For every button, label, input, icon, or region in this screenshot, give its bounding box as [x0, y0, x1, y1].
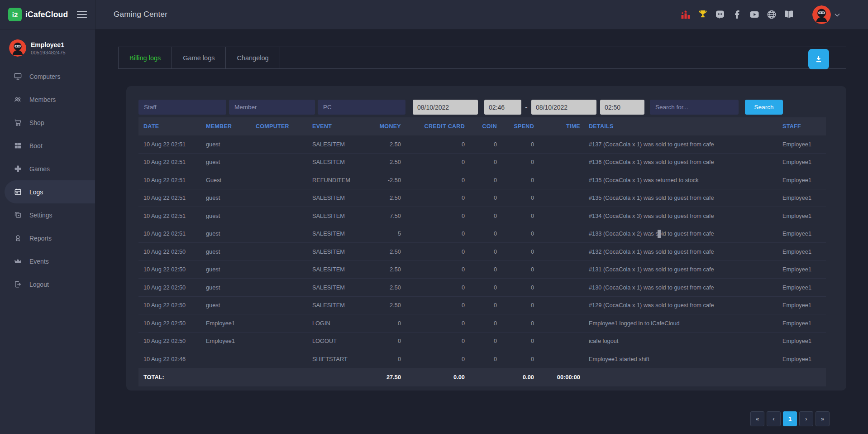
prev-page-button[interactable]: ‹ — [767, 411, 781, 426]
cell-date: 10 Aug 22 02:51 — [138, 194, 206, 201]
cell-date: 10 Aug 22 02:46 — [138, 356, 206, 362]
globe-icon[interactable] — [766, 9, 777, 20]
cell-staff: Employee1 — [782, 302, 826, 309]
sidebar-item-events[interactable]: Events — [0, 250, 95, 273]
handbook-icon[interactable] — [783, 9, 794, 20]
facebook-icon[interactable] — [731, 9, 743, 20]
cell-money: 2.50 — [367, 284, 401, 291]
time-to-input[interactable] — [600, 100, 644, 115]
column-header-staff: STAFF — [782, 123, 826, 130]
tab-changelog[interactable]: Changelog — [226, 47, 280, 68]
cell-date: 10 Aug 22 02:50 — [138, 248, 206, 255]
cell-event: SALESITEM — [312, 194, 367, 201]
time-from-input[interactable] — [484, 100, 521, 115]
cell-member: guest — [206, 230, 256, 237]
download-button[interactable] — [808, 49, 829, 69]
last-page-button[interactable]: » — [816, 411, 830, 426]
table-total-row: TOTAL: 27.50 0.00 0.00 00:00:00 — [138, 368, 826, 386]
column-header-time: TIME — [534, 123, 580, 130]
events-icon — [14, 257, 22, 265]
avatar — [812, 5, 831, 24]
staff-filter-input[interactable] — [138, 100, 226, 115]
total-time: 00:00:00 — [534, 374, 580, 381]
text-cursor — [658, 230, 661, 238]
cell-staff: Employee1 — [782, 320, 826, 327]
cell-details: Employee1 started shift — [580, 356, 782, 362]
cell-credit_card: 0 — [401, 212, 465, 219]
date-from-input[interactable] — [413, 100, 478, 115]
sidebar: Employee1 005193482475 ComputersMembersS… — [0, 29, 95, 434]
cell-event: SALESITEM — [312, 159, 367, 165]
cell-spend: 0 — [497, 141, 534, 148]
logout-icon — [14, 280, 22, 289]
shop-icon — [14, 118, 22, 127]
user-name: Employee1 — [31, 41, 66, 48]
cell-staff: Employee1 — [782, 194, 826, 201]
cell-spend: 0 — [497, 356, 534, 362]
tab-billing-logs[interactable]: Billing logs — [118, 47, 172, 68]
boot-icon — [14, 141, 22, 150]
sidebar-item-settings[interactable]: Settings — [0, 203, 95, 227]
table-row: 10 Aug 22 02:51guestSALESITEM2.50000#135… — [138, 189, 826, 207]
table-header: DATEMEMBERCOMPUTEREVENTMONEYCREDIT CARDC… — [138, 117, 826, 135]
date-to-input[interactable] — [531, 100, 596, 115]
trophy-icon[interactable] — [697, 9, 708, 20]
cell-coin: 0 — [465, 212, 497, 219]
pc-filter-input[interactable] — [318, 100, 405, 115]
cell-date: 10 Aug 22 02:51 — [138, 141, 206, 148]
total-credit-card: 0.00 — [401, 374, 465, 381]
cell-money: 0 — [367, 320, 401, 327]
cell-spend: 0 — [497, 338, 534, 344]
billing-logs-table: DATEMEMBERCOMPUTEREVENTMONEYCREDIT CARDC… — [138, 117, 826, 386]
date-range-separator: - — [521, 103, 531, 111]
sidebar-item-games[interactable]: Games — [0, 157, 95, 180]
sidebar-item-shop[interactable]: Shop — [0, 111, 95, 134]
sidebar-item-logout[interactable]: Logout — [0, 273, 95, 296]
table-body: 10 Aug 22 02:51guestSALESITEM2.50000#137… — [138, 135, 826, 368]
cell-staff: Employee1 — [782, 159, 826, 165]
sidebar-item-reports[interactable]: Reports — [0, 227, 95, 250]
cell-coin: 0 — [465, 248, 497, 255]
column-header-coin: COIN — [465, 123, 497, 130]
cell-coin: 0 — [465, 159, 497, 165]
cell-spend: 0 — [497, 159, 534, 165]
cell-date: 10 Aug 22 02:50 — [138, 284, 206, 291]
cell-date: 10 Aug 22 02:50 — [138, 320, 206, 327]
cell-details: #135 (CocaCola x 1) was returned to stoc… — [580, 177, 782, 183]
column-header-spend: SPEND — [497, 123, 534, 130]
logo[interactable]: i2 iCafeCloud — [0, 0, 95, 29]
sidebar-item-logs[interactable]: Logs — [5, 180, 95, 203]
cell-coin: 0 — [465, 177, 497, 183]
cell-spend: 0 — [497, 320, 534, 327]
members-icon — [14, 95, 22, 104]
sidebar-item-boot[interactable]: Boot — [0, 134, 95, 157]
cell-event: SHIFTSTART — [312, 356, 367, 362]
cell-money: 2.50 — [367, 248, 401, 255]
cell-staff: Employee1 — [782, 141, 826, 148]
sidebar-item-label: Boot — [29, 142, 43, 149]
cell-staff: Employee1 — [782, 356, 826, 362]
cell-money: 2.50 — [367, 266, 401, 273]
youtube-icon[interactable] — [749, 9, 760, 20]
tab-game-logs[interactable]: Game logs — [172, 47, 226, 68]
discord-icon[interactable] — [714, 9, 725, 20]
column-header-money: MONEY — [367, 123, 401, 130]
cell-member: guest — [206, 266, 256, 273]
leaderboard-icon[interactable] — [680, 9, 691, 20]
cell-coin: 0 — [465, 141, 497, 148]
first-page-button[interactable]: « — [750, 411, 764, 426]
search-input[interactable] — [650, 100, 739, 115]
member-filter-input[interactable] — [229, 100, 315, 115]
hamburger-menu-icon[interactable] — [77, 9, 87, 20]
sidebar-item-members[interactable]: Members — [0, 88, 95, 111]
search-button[interactable]: Search — [745, 100, 783, 115]
user-menu[interactable] — [812, 5, 840, 24]
cell-spend: 0 — [497, 194, 534, 201]
cell-credit_card: 0 — [401, 159, 465, 165]
table-row: 10 Aug 22 02:46SHIFTSTART0000Employee1 s… — [138, 350, 826, 368]
sidebar-item-computers[interactable]: Computers — [0, 65, 95, 88]
cell-member: Employee1 — [206, 338, 256, 344]
page-1-button[interactable]: 1 — [783, 411, 797, 426]
chevron-down-icon — [835, 10, 840, 19]
next-page-button[interactable]: › — [799, 411, 813, 426]
